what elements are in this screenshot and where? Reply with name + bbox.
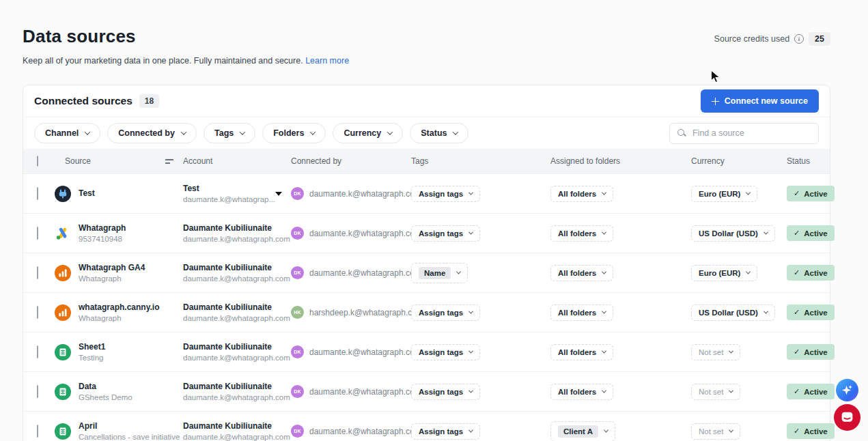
row-checkbox[interactable] [37,385,38,398]
row-checkbox[interactable] [37,227,38,240]
connected-by-email: daumante.k@whatagraph.com [309,427,421,436]
connected-sources-card: Connected sources 18 Connect new source … [23,85,830,441]
google-sheets-icon [55,423,71,440]
avatar: DK [291,266,304,279]
currency-dropdown[interactable]: Not set [691,423,740,440]
tag-chip: Name [419,267,451,279]
status-label: Active [804,348,828,356]
account-dropdown-caret[interactable] [275,192,282,196]
filter-currency-label: Currency [344,128,381,138]
source-subtitle: GSheets Demo [79,393,132,401]
chevron-down-icon [240,129,245,134]
assign-tags-dropdown[interactable]: Assign tags [411,384,480,400]
folder-chip: Client A [558,425,598,438]
filter-folders-label: Folders [273,128,304,138]
connect-new-source-button[interactable]: Connect new source [701,89,819,113]
chevron-down-icon [468,349,473,354]
currency-dropdown[interactable]: Euro (EUR) [691,186,757,202]
filter-channel[interactable]: Channel [34,123,100,143]
status-badge[interactable]: ✓ Active [787,304,835,320]
status-badge[interactable]: ✓ Active [787,344,835,360]
folders-dropdown[interactable]: All folders [550,186,613,202]
avatar: HK [291,306,304,319]
row-checkbox[interactable] [37,345,38,358]
currency-dropdown[interactable]: Not set [691,384,740,400]
assign-tags-dropdown[interactable]: Assign tags [411,304,480,321]
search-input[interactable] [692,128,811,138]
chevron-down-icon [468,230,473,235]
currency-dropdown[interactable]: Not set [691,344,740,360]
filter-connected-by[interactable]: Connected by [107,123,197,143]
google-sheets-icon [55,384,71,400]
row-checkbox[interactable] [37,306,38,319]
folders-dropdown[interactable]: All folders [550,304,613,321]
folders-label: All folders [558,190,596,198]
sparkle-icon [841,384,854,397]
info-icon[interactable]: i [794,34,804,44]
connected-by-email: daumante.k@whatagraph.com [309,268,421,278]
assign-tags-dropdown[interactable]: Assign tags [411,344,480,360]
status-label: Active [804,309,828,317]
status-badge[interactable]: ✓ Active [787,423,835,439]
folders-dropdown[interactable]: All folders [550,384,613,400]
source-credits-label: Source credits used [714,34,789,44]
filter-tags-label: Tags [214,128,234,138]
filter-tags[interactable]: Tags [204,123,255,143]
tags-dropdown[interactable]: Name [411,263,468,283]
filter-status[interactable]: Status [410,123,468,143]
account-name: Daumante Kubiliunaite [183,421,290,432]
chevron-down-icon [729,388,733,393]
row-checkbox[interactable] [37,425,38,438]
select-all-checkbox[interactable] [37,156,38,167]
chevron-down-icon [387,129,393,134]
ai-assistant-button[interactable] [836,379,858,401]
currency-dropdown[interactable]: US Dollar (USD) [691,304,775,321]
table-row: Whatagraph 9537410948 Daumante Kubiliuna… [23,213,830,253]
status-badge[interactable]: ✓ Active [787,186,835,201]
chat-bubble-icon [840,410,854,425]
row-checkbox[interactable] [37,266,38,279]
chevron-down-icon [602,388,606,393]
mouse-cursor [710,70,721,85]
chat-messenger-button[interactable] [834,404,860,431]
currency-dropdown[interactable]: Euro (EUR) [691,265,757,281]
currency-label: Not set [699,427,723,436]
currency-dropdown[interactable]: US Dollar (USD) [691,225,775,242]
folders-dropdown[interactable]: All folders [550,344,613,360]
sort-icon[interactable] [165,158,173,164]
status-badge[interactable]: ✓ Active [787,225,835,241]
status-badge[interactable]: ✓ Active [787,384,835,399]
assign-tags-dropdown[interactable]: Assign tags [411,225,480,242]
chevron-down-icon [468,190,473,195]
header-folders: Assigned to folders [550,156,691,166]
source-search [669,123,819,144]
assign-tags-dropdown[interactable]: Assign tags [411,423,480,440]
currency-label: Euro (EUR) [699,190,740,198]
status-badge[interactable]: ✓ Active [787,265,835,281]
avatar: DK [291,385,304,398]
folders-dropdown[interactable]: All folders [550,265,613,281]
folders-dropdown[interactable]: Client A [550,421,615,441]
filter-folders[interactable]: Folders [262,123,326,143]
source-subtitle: Whatagraph [79,274,145,283]
folders-dropdown[interactable]: All folders [550,225,613,242]
connected-by-email: harshdeep.k@whatagraph.com [309,308,423,317]
learn-more-link[interactable]: Learn more [305,56,349,66]
chevron-down-icon [453,129,458,134]
avatar: DK [291,187,304,200]
sources-count-badge: 18 [139,94,159,108]
account-name: Test [183,184,275,195]
chevron-down-icon [85,129,90,134]
source-name: Sheet1 [79,342,105,353]
row-checkbox[interactable] [37,187,38,200]
page-subtitle: Keep all of your marketing data in one p… [23,56,349,66]
chevron-down-icon [181,129,186,134]
source-name: Test [79,188,95,199]
header-connected-by: Connected by [291,156,411,166]
table-row: April Cancellations - save initiative Da… [23,411,830,441]
assign-tags-dropdown[interactable]: Assign tags [411,186,480,202]
source-credits-value: 25 [809,32,830,46]
avatar: DK [291,345,304,358]
filter-currency[interactable]: Currency [333,123,403,143]
check-icon: ✓ [794,347,800,356]
